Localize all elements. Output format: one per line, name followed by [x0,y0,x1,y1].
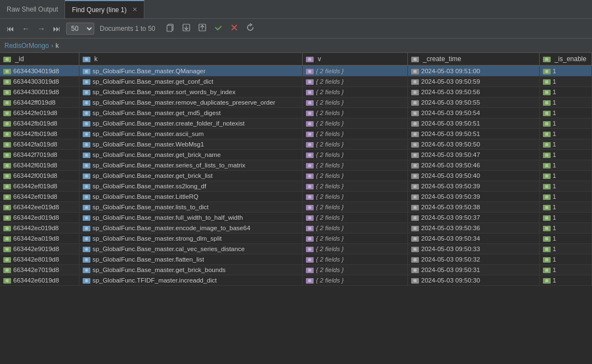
cell-id: ⊞663442ef019d8 [0,192,79,202]
table-row[interactable]: ⊞663442ee019d8 ⊞sp_GlobalFunc.Base_maste… [0,202,592,213]
cell-is-enable: ⊞1 [539,171,591,181]
cell-create-time: ⊞2024-05-03 09:50:34 [408,233,540,244]
cell-k: ⊞sp_GlobalFunc.Base_master.LittleRQ [79,192,303,202]
doc-count: Documents 1 to 50 [100,25,155,32]
cell-is-enable: ⊞1 [539,66,591,77]
cell-id: ⊞663442ed019d8 [0,213,79,223]
cell-is-enable: ⊞1 [539,108,591,118]
cell-id: ⊞663442e8019d8 [0,254,79,265]
cell-v: ⊞{ 2 fields } [303,244,408,254]
cell-v: ⊞{ 2 fields } [303,265,408,275]
cell-k: ⊞sp_GlobalFunc.Base_master.strong_dlm_sp… [79,233,303,244]
import-action-button[interactable] [195,22,209,35]
cell-is-enable: ⊞1 [539,160,591,171]
cell-id: ⊞663442f6019d8 [0,160,79,171]
cell-id: ⊞663442fa019d8 [0,139,79,150]
table-row[interactable]: ⊞663442fe019d8 ⊞sp_GlobalFunc.Base_maste… [0,108,592,118]
cell-id: ⊞663442ee019d8 [0,202,79,213]
cell-v: ⊞{ 2 fields } [303,77,408,87]
table-row[interactable]: ⊞663442fa019d8 ⊞sp_GlobalFunc.Base_maste… [0,139,592,150]
cell-v: ⊞{ 2 fields } [303,108,408,118]
table-row[interactable]: ⊞663442f7019d8 ⊞sp_GlobalFunc.Base_maste… [0,150,592,160]
cell-is-enable: ⊞1 [539,97,591,108]
col-header-v[interactable]: ⊞ v [303,53,408,66]
table-row[interactable]: ⊞663442f0019d8 ⊞sp_GlobalFunc.Base_maste… [0,171,592,181]
cell-id: ⊞663442e7019d8 [0,265,79,275]
table-body: ⊞66344304019d8 ⊞sp_GlobalFunc.Base_maste… [0,66,592,286]
cell-v: ⊞{ 2 fields } [303,150,408,160]
col-header-k[interactable]: ⊞ k [79,53,303,66]
cell-is-enable: ⊞1 [539,181,591,192]
cell-k: ⊞sp_GlobalFunc.Base_master.remove_duplic… [79,97,303,108]
cell-id: ⊞66344303019d8 [0,77,79,87]
table-row[interactable]: ⊞663442ec019d8 ⊞sp_GlobalFunc.Base_maste… [0,223,592,233]
cell-create-time: ⊞2024-05-03 09:50:47 [408,150,540,160]
table-row[interactable]: ⊞663442fb019d8 ⊞sp_GlobalFunc.Base_maste… [0,118,592,129]
breadcrumb-parent[interactable]: RedisOrMongo [4,42,49,50]
cell-create-time: ⊞2024-05-03 09:50:33 [408,244,540,254]
cell-k: ⊞sp_GlobalFunc.Base_master.get_conf_dict [79,77,303,87]
cell-v: ⊞{ 2 fields } [303,129,408,139]
export-action-button[interactable] [179,22,193,35]
tab-find-query[interactable]: Find Query (line 1) ✕ [65,0,144,18]
cell-k: ⊞sp_GlobalFunc.Base_master.get_brick_lis… [79,171,303,181]
cell-create-time: ⊞2024-05-03 09:50:36 [408,223,540,233]
cell-id: ⊞663442ea019d8 [0,233,79,244]
cell-k: ⊞sp_GlobalFunc.Base_master.lists_to_dict [79,202,303,213]
nav-last-button[interactable]: ⏭ [51,23,63,34]
tab-raw-shell[interactable]: Raw Shell Output [0,0,65,18]
col-header-is-enable[interactable]: ⊞ _is_enable [539,53,591,66]
cell-create-time: ⊞2024-05-03 09:50:30 [408,275,540,286]
cell-v: ⊞{ 2 fields } [303,160,408,171]
table-row[interactable]: ⊞663442e9019d8 ⊞sp_GlobalFunc.Base_maste… [0,244,592,254]
table-row[interactable]: ⊞663442e7019d8 ⊞sp_GlobalFunc.Base_maste… [0,265,592,275]
cell-k: ⊞sp_GlobalFunc.Base_master.sort_words_by… [79,87,303,97]
col-header-id[interactable]: ⊞ _id [0,53,79,66]
table-row[interactable]: ⊞663442fb019d8 ⊞sp_GlobalFunc.Base_maste… [0,129,592,139]
cell-k: ⊞sp_GlobalFunc.Base_master.ss2long_df [79,181,303,192]
cell-create-time: ⊞2024-05-03 09:50:56 [408,87,540,97]
cell-is-enable: ⊞1 [539,233,591,244]
table-header-row: ⊞ _id ⊞ k ⊞ v ⊞ _create_time ⊞ _is_ena [0,53,592,66]
cell-v: ⊞{ 2 fields } [303,66,408,77]
cell-is-enable: ⊞1 [539,118,591,129]
cell-create-time: ⊞2024-05-03 09:50:39 [408,192,540,202]
nav-next-button[interactable]: → [35,23,47,34]
table-row[interactable]: ⊞66344300019d8 ⊞sp_GlobalFunc.Base_maste… [0,87,592,97]
cell-k: ⊞sp_GlobalFunc.Base_master.create_folder… [79,118,303,129]
cell-create-time: ⊞2024-05-03 09:50:39 [408,181,540,192]
cell-is-enable: ⊞1 [539,265,591,275]
nav-first-button[interactable]: ⏮ [4,23,17,34]
cell-id: ⊞663442ef019d8 [0,181,79,192]
table-row[interactable]: ⊞663442ef019d8 ⊞sp_GlobalFunc.Base_maste… [0,192,592,202]
nav-prev-button[interactable]: ← [20,23,32,34]
cell-create-time: ⊞2024-05-03 09:51:00 [408,66,540,77]
table-row[interactable]: ⊞663442f6019d8 ⊞sp_GlobalFunc.Base_maste… [0,160,592,171]
cell-v: ⊞{ 2 fields } [303,87,408,97]
reload-action-button[interactable] [243,22,257,35]
cell-k: ⊞sp_GlobalFunc.Base_master.full_width_to… [79,213,303,223]
copy-action-button[interactable] [163,22,177,35]
table-row[interactable]: ⊞663442ff019d8 ⊞sp_GlobalFunc.Base_maste… [0,97,592,108]
table-row[interactable]: ⊞663442ea019d8 ⊞sp_GlobalFunc.Base_maste… [0,233,592,244]
cell-id: ⊞663442fe019d8 [0,108,79,118]
cell-v: ⊞{ 2 fields } [303,223,408,233]
table-row[interactable]: ⊞66344304019d8 ⊞sp_GlobalFunc.Base_maste… [0,66,592,77]
table-row[interactable]: ⊞663442e8019d8 ⊞sp_GlobalFunc.Base_maste… [0,254,592,265]
col-header-create-time[interactable]: ⊞ _create_time [408,53,540,66]
data-table: ⊞ _id ⊞ k ⊞ v ⊞ _create_time ⊞ _is_ena [0,53,592,286]
table-row[interactable]: ⊞663442e6019d8 ⊞sp_GlobalFunc.TFIDF_mast… [0,275,592,286]
page-size-select[interactable]: 25 50 100 200 [66,23,94,35]
delete-action-button[interactable] [227,22,241,35]
cell-create-time: ⊞2024-05-03 09:50:54 [408,108,540,118]
cell-is-enable: ⊞1 [539,223,591,233]
table-row[interactable]: ⊞66344303019d8 ⊞sp_GlobalFunc.Base_maste… [0,77,592,87]
breadcrumb-current: k [56,42,59,50]
cell-is-enable: ⊞1 [539,129,591,139]
cell-is-enable: ⊞1 [539,77,591,87]
cell-is-enable: ⊞1 [539,254,591,265]
table-row[interactable]: ⊞663442ef019d8 ⊞sp_GlobalFunc.Base_maste… [0,181,592,192]
table-row[interactable]: ⊞663442ed019d8 ⊞sp_GlobalFunc.Base_maste… [0,213,592,223]
tab-find-query-close[interactable]: ✕ [132,6,137,13]
check-action-button[interactable] [211,22,225,35]
